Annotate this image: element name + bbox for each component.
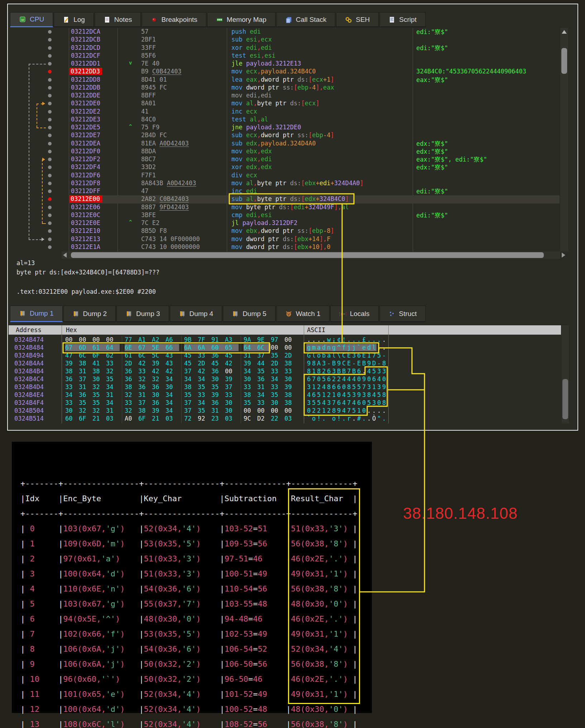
disasm-row[interactable]: 03212DE72B4D FCsub ecx,dword ptr ss:[ebp… [8,131,560,139]
tab-dump-1[interactable]: Dump 1 [10,306,63,322]
breakpoint-dot[interactable] [48,46,52,50]
tab-breakpoints[interactable]: Breakpoints [142,12,206,27]
breakpoint-dot[interactable] [48,78,52,82]
disasm-row[interactable]: 03212DE5^75 F9jne payload.3212DE0 [8,124,560,131]
breakpoint-dot[interactable] [48,102,52,105]
disasm-row[interactable]: 03212DF08BDAmov ebx,edxedx:"寮$" [8,148,560,155]
instruction-address: 03212DEA [71,140,100,147]
disasm-row[interactable]: 03212E1AC743 10 00000000mov dword ptr ds… [8,243,560,251]
breakpoint-dot[interactable] [48,118,52,121]
instruction-text: jl payload.3212DF2 [231,219,297,226]
dump-row[interactable]: 0324B50430323231323839343735313000000000… [8,407,561,415]
disasm-row[interactable]: 03212E13C743 14 0F000000mov dword ptr ds… [8,235,560,243]
disasm-row[interactable]: 03212DFF47inc ediedi:"寮$" [8,187,560,195]
dump-hex-bytes: 30323231323839343735313000000000 [65,407,303,414]
dump-row[interactable]: 0324B484676D61646E675E666A6A6065646C0000… [8,344,561,352]
disasm-row[interactable]: 03212E0C3BFEcmp edi,esiedi:"寮$" [8,211,560,219]
dump-row[interactable]: 0324B4740000000077A1A2A69B7F91A39A9E9700… [8,336,561,344]
instruction-text: div ecx [231,172,257,179]
disasm-row[interactable]: 03212DE241inc ecx [8,108,560,116]
dump-rows[interactable]: 0324B4740000000077A1A2A69B7F91A39A9E9700… [8,336,561,423]
disasm-row[interactable]: 03212DE384C0test al,al [8,116,560,124]
tab-dump-5[interactable]: Dump 5 [223,306,275,322]
dump-vscrollbar[interactable] [562,325,569,423]
tab-dump-4[interactable]: Dump 4 [170,306,222,322]
breakpoint-dot[interactable] [48,190,52,193]
tab-locals[interactable]: [x=]Locals [330,306,379,322]
disasm-row[interactable]: 03212DD88D41 01lea eax,dword ptr ds:[ecx… [8,76,560,84]
tab-dump-2[interactable]: Dump 2 [63,306,116,322]
dump-row[interactable]: 0324B4A4393841332D423943452D454239442D38… [8,360,561,368]
breakpoint-dot[interactable] [48,142,52,145]
breakpoint-dot[interactable] [48,150,52,153]
dump-row[interactable]: 0324B514606F2103A06F2103729223039CD22203… [8,415,561,423]
dump-row[interactable]: 0324B4E434363531323130343533393338343538… [8,391,561,399]
scroll-left-icon[interactable] [63,253,67,258]
scroll-thumb[interactable] [71,252,544,258]
tab-cpu[interactable]: 32CPU [10,12,53,27]
disasm-vscrollbar[interactable] [560,28,568,252]
tab-seh[interactable]: SEH [336,12,379,27]
disasm-row[interactable]: 03212DF88A843B A0D42403mov al,byte ptr d… [8,179,560,187]
scroll-right-icon[interactable] [562,253,565,258]
disasm-row[interactable]: 03212DCD33FFxor edi,ediedi:"寮$" [8,44,560,52]
disasm-row[interactable]: 03212DF433D2xor edx,edxedx:"寮$" [8,163,560,171]
dump-row[interactable]: 0324B494476C6F62616C5C43453336453137352D… [8,352,561,360]
breakpoint-dot[interactable] [48,238,52,241]
breakpoint-dot[interactable] [48,94,52,97]
breakpoint-dot[interactable] [48,134,52,137]
breakpoint-dot[interactable] [48,126,52,129]
dump-row[interactable]: 0324B4F433353534333736343734363035333038… [8,399,561,407]
breakpoint-dot[interactable] [48,221,52,225]
breakpoint-dot-active[interactable] [48,197,52,201]
tab-watch-1[interactable]: Watch 1 [276,306,330,322]
breakpoint-dot[interactable] [48,214,52,217]
disasm-row[interactable]: 03212E0E^7C E2jl payload.3212DF2 [8,219,560,227]
tab-struct[interactable]: Struct [379,306,426,322]
table-border: +-------+----------------+--------------… [20,506,372,521]
dump-row[interactable]: 0324B4B438313832363342423742360034353333… [8,368,561,375]
breakpoint-dot[interactable] [48,38,52,42]
disasm-hscrollbar[interactable] [62,252,560,259]
disasm-row[interactable]: 03212DF6F7F1div ecx [8,172,560,179]
dump-row[interactable]: 0324B4D433313234383636303835353733313339… [8,383,561,391]
tab-call-stack[interactable]: Call Stack [276,12,336,27]
disasm-row[interactable]: 03212DCB2BF1sub esi,ecx [8,36,560,44]
scroll-up-icon[interactable] [562,30,567,34]
breakpoint-dot[interactable] [48,229,52,233]
breakpoint-dot[interactable] [48,110,52,114]
disasm-row[interactable]: 03212E002A82 C0B42403sub al,byte ptr ds:… [8,195,560,203]
disasm-row[interactable]: 03212DDB8945 FCmov dword ptr ss:[ebp-4],… [8,84,560,92]
disasm-row[interactable]: 03212DD3B9 C0B42403mov ecx,payload.324B4… [8,68,560,76]
disasm-row[interactable]: 03212DDE8BFFmov edi,edi [8,92,560,100]
breakpoint-dot[interactable] [48,182,52,185]
disasm-row[interactable]: 03212DD1v7E 40jle payload.3212E13 [8,60,560,68]
breakpoint-dot[interactable] [48,245,52,249]
disassembly-view[interactable]: 03212DCA57push ediedi:"寮$"03212DCB2BF1su… [8,28,560,252]
disasm-row[interactable]: 03212DEA81EA A0D42403sub edx,payload.324… [8,140,560,148]
disasm-row[interactable]: 03212E108B5D F8mov ebx,dword ptr ss:[ebp… [8,227,560,235]
disasm-row[interactable]: 03212DF28BC7mov eax,edieax:"寮$", edi:"寮$… [8,155,560,163]
breakpoint-dot[interactable] [48,86,52,90]
tab-log[interactable]: Log [54,12,94,27]
breakpoint-dot-active[interactable] [48,70,52,73]
instruction-comment: eax:"寮$", edi:"寮$" [416,155,487,164]
disasm-row[interactable]: 03212E068887 9FD42403mov byte ptr ds:[ed… [8,203,560,211]
tab-memory-map[interactable]: Memory Map [207,12,275,27]
breakpoint-dot[interactable] [48,174,52,177]
disasm-row[interactable]: 03212DCA57push ediedi:"寮$" [8,28,560,36]
breakpoint-dot[interactable] [48,62,52,66]
breakpoint-dot[interactable] [48,158,52,161]
tab-dump-3[interactable]: Dump 3 [116,306,169,322]
breakpoint-dot[interactable] [48,54,52,58]
disasm-row[interactable]: 03212DCF85F6test esi,esi [8,52,560,60]
breakpoint-dot[interactable] [48,30,52,34]
dump-row[interactable]: 0324B4C436373035363232343434303930363430… [8,375,561,383]
breakpoint-dot[interactable] [48,206,52,209]
scroll-thumb[interactable] [561,48,567,74]
tab-notes[interactable]: Notes [95,12,141,27]
breakpoint-dot[interactable] [48,166,52,169]
tab-script[interactable]: Script [379,12,426,27]
disasm-row[interactable]: 03212DE08A01mov al,byte ptr ds:[ecx] [8,100,560,107]
scroll-thumb[interactable] [562,379,568,419]
